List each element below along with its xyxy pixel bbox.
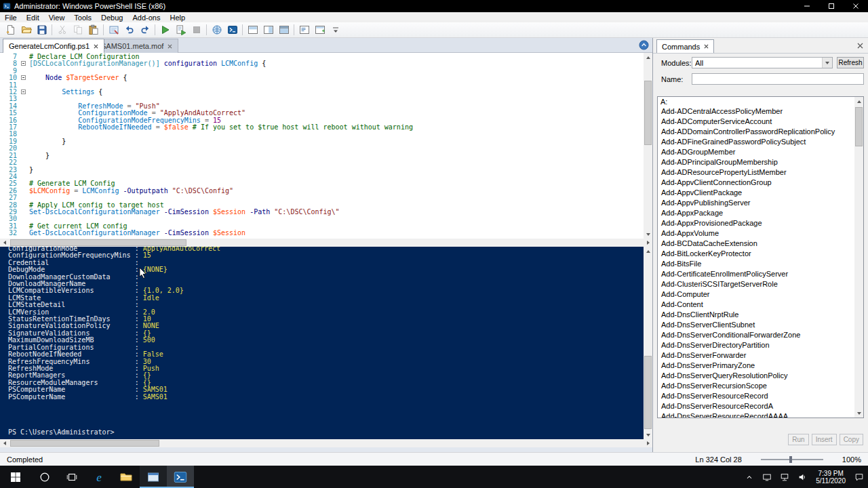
tray-display-button[interactable] — [758, 466, 776, 488]
name-input[interactable] — [692, 73, 864, 85]
command-item[interactable]: Add-DnsServerDirectoryPartition — [658, 340, 854, 350]
command-item[interactable]: Add-ADComputerServiceAccount — [658, 117, 854, 127]
command-item[interactable]: Add-AppxVolume — [658, 228, 854, 239]
modules-dropdown[interactable]: All — [692, 57, 833, 68]
command-item[interactable]: Add-ADDomainControllerPasswordReplicatio… — [658, 127, 854, 137]
fold-collapse-toggle[interactable] — [19, 60, 29, 67]
collapse-script-pane-button[interactable] — [639, 40, 649, 50]
tab-close-icon[interactable] — [94, 44, 98, 49]
start-powershell-button[interactable] — [224, 23, 240, 37]
tray-volume-button[interactable] — [793, 466, 811, 488]
toolbar-overflow-button[interactable] — [328, 23, 343, 37]
clear-console-button[interactable] — [106, 23, 121, 37]
command-item[interactable]: Add-DnsServerForwarder — [658, 350, 854, 361]
script-pane-top-button[interactable] — [245, 23, 260, 37]
new-remote-powershell-tab-button[interactable] — [209, 23, 224, 37]
menu-edit[interactable]: Edit — [22, 12, 44, 22]
taskbar-clock[interactable]: 7:39 PM 5/11/2020 — [811, 470, 850, 485]
taskbar-app-window-button[interactable] — [140, 466, 167, 488]
zoom-slider[interactable] — [761, 455, 823, 464]
save-button[interactable] — [34, 23, 50, 37]
scroll-down-button[interactable] — [854, 409, 863, 418]
command-item[interactable]: Add-DnsServerRecursionScope — [658, 381, 854, 391]
command-item[interactable]: Add-ADFineGrainedPasswordPolicySubject — [658, 137, 854, 147]
scrollbar-thumb[interactable] — [855, 107, 863, 146]
command-item[interactable]: Add-Computer — [658, 289, 854, 300]
menu-tools[interactable]: Tools — [69, 12, 96, 22]
menu-view[interactable]: View — [44, 12, 70, 22]
zoom-slider-thumb[interactable] — [789, 456, 792, 463]
command-item[interactable]: Add-DnsServerConditionalForwarderZone — [658, 330, 854, 340]
new-editor-window-button[interactable] — [312, 23, 328, 37]
menu-help[interactable]: Help — [165, 12, 190, 22]
scrollbar-thumb[interactable] — [10, 239, 186, 246]
command-item[interactable]: Add-BCDataCacheExtension — [658, 239, 854, 249]
run-script-button[interactable] — [157, 23, 173, 37]
refresh-button[interactable]: Refresh — [837, 57, 864, 68]
tab-generatelcmconfig[interactable]: GenerateLcmConfig.ps1 — [3, 39, 104, 53]
scroll-down-button[interactable] — [644, 230, 652, 239]
script-editor[interactable]: 7# Declare LCM Configuration8[DSCLocalCo… — [0, 53, 644, 239]
show-command-window-button[interactable] — [296, 23, 312, 37]
run-selection-button[interactable] — [173, 23, 189, 37]
tab-close-icon[interactable] — [167, 44, 172, 49]
minimize-button[interactable] — [795, 0, 819, 12]
scroll-right-button[interactable] — [644, 239, 652, 247]
script-pane-right-button[interactable] — [260, 23, 276, 37]
script-pane-maximized-button[interactable] — [276, 23, 292, 37]
open-script-button[interactable] — [18, 23, 34, 37]
command-item[interactable]: Add-DnsClientNrptRule — [658, 310, 854, 320]
tab-close-icon[interactable] — [704, 44, 709, 49]
command-item[interactable]: Add-BitsFile — [658, 259, 854, 269]
scrollbar-thumb[interactable] — [644, 356, 652, 429]
close-panel-button[interactable] — [855, 41, 865, 50]
fold-collapse-toggle[interactable] — [19, 75, 29, 81]
menu-debug[interactable]: Debug — [96, 12, 127, 22]
command-item[interactable]: Add-AppxPackage — [658, 208, 854, 218]
tray-show-hidden-icons-button[interactable] — [741, 466, 758, 488]
tab-sams01-meta-mof[interactable]: SAMS01.meta.mof — [95, 39, 178, 53]
scroll-left-button[interactable] — [0, 239, 9, 247]
scroll-right-button[interactable] — [644, 439, 652, 447]
scroll-up-button[interactable] — [854, 97, 863, 106]
command-item[interactable]: Add-ClusteriSCSITargetServerRole — [658, 279, 854, 289]
taskbar-file-explorer-button[interactable] — [113, 466, 140, 488]
command-item[interactable]: Add-DnsServerQueryResolutionPolicy — [658, 371, 854, 381]
start-button[interactable] — [0, 466, 31, 488]
command-item[interactable]: Add-ADGroupMember — [658, 147, 854, 157]
command-item[interactable]: Add-DnsServerResourceRecordA — [658, 401, 854, 411]
command-item[interactable]: Add-AppvClientConnectionGroup — [658, 178, 854, 188]
action-center-button[interactable] — [850, 466, 868, 488]
command-item[interactable]: Add-AppvClientPackage — [658, 188, 854, 198]
console-pane[interactable]: ConfigurationMode : ApplyAndAutoCorrectC… — [0, 247, 644, 439]
taskbar-edge-button[interactable]: e — [85, 466, 113, 488]
command-item[interactable]: Add-ADCentralAccessPolicyMember — [658, 106, 854, 117]
new-script-button[interactable] — [3, 23, 18, 37]
scroll-up-button[interactable] — [644, 53, 652, 62]
command-item[interactable]: Add-ADResourcePropertyListMember — [658, 167, 854, 178]
command-item[interactable]: Add-ADPrincipalGroupMembership — [658, 157, 854, 167]
scrollbar-thumb[interactable] — [644, 81, 652, 145]
scroll-down-button[interactable] — [644, 430, 652, 439]
undo-button[interactable] — [121, 23, 137, 37]
scroll-left-button[interactable] — [0, 439, 9, 447]
command-item[interactable]: Add-DnsServerResourceRecord — [658, 391, 854, 401]
command-item[interactable]: Add-DnsServerResourceRecordAAAA — [658, 411, 854, 418]
command-item[interactable]: Add-AppxProvisionedPackage — [658, 218, 854, 228]
menu-addons[interactable]: Add-ons — [127, 12, 165, 22]
command-item[interactable]: Add-BitLockerKeyProtector — [658, 249, 854, 259]
task-view-button[interactable] — [58, 466, 85, 488]
command-item[interactable]: Add-Content — [658, 300, 854, 310]
redo-button[interactable] — [137, 23, 153, 37]
commands-tab[interactable]: Commands — [656, 39, 714, 53]
tray-network-button[interactable] — [776, 466, 793, 488]
command-item[interactable]: Add-DnsServerPrimaryZone — [658, 361, 854, 371]
scrollbar-thumb[interactable] — [10, 440, 159, 447]
taskbar-powershell-ise-button[interactable] — [167, 466, 194, 488]
scroll-up-button[interactable] — [644, 247, 652, 256]
command-item[interactable]: Add-CertificateEnrollmentPolicyServer — [658, 269, 854, 279]
menu-file[interactable]: File — [0, 12, 22, 22]
cortana-search-button[interactable] — [31, 466, 58, 488]
paste-button[interactable] — [85, 23, 101, 37]
command-item[interactable]: Add-AppvPublishingServer — [658, 198, 854, 208]
